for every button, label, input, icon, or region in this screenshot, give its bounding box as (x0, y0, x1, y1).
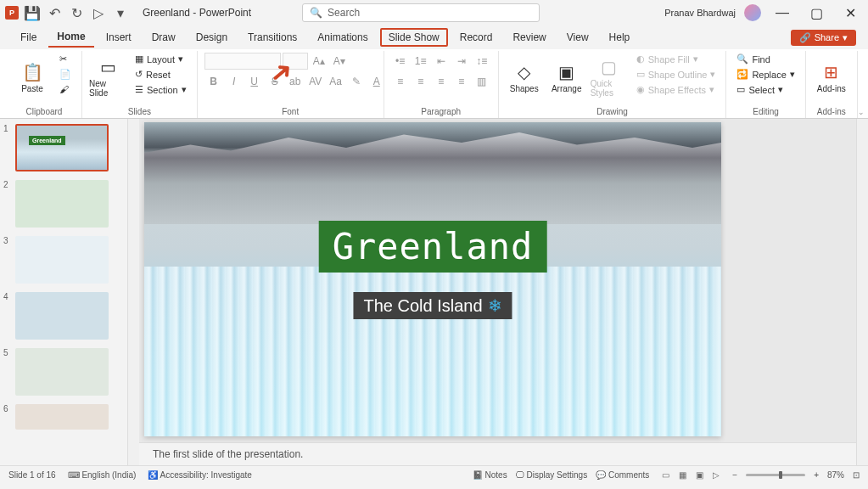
accessibility-button[interactable]: ♿ Accessibility: Investigate (148, 470, 252, 480)
editor-scrollbar[interactable] (856, 119, 868, 465)
tab-view[interactable]: View (558, 28, 597, 47)
user-name[interactable]: Pranav Bhardwaj (664, 8, 736, 18)
slide-title[interactable]: Greenland (319, 221, 547, 273)
replace-button[interactable]: 🔁 Replace ▾ (733, 68, 798, 81)
copy-button[interactable]: 📄 (56, 68, 75, 81)
font-size-input[interactable] (283, 53, 308, 70)
tab-draw[interactable]: Draw (143, 28, 184, 47)
notes-toggle[interactable]: 📓 Notes (473, 470, 507, 480)
tab-slide-show[interactable]: Slide Show (380, 28, 448, 47)
find-button[interactable]: 🔍 Find (733, 53, 798, 65)
section-button[interactable]: ☰ Section ▾ (132, 83, 190, 96)
highlight-icon: ✎ (347, 73, 366, 90)
shadow-icon: ab (286, 73, 305, 90)
maximize-button[interactable]: ▢ (804, 4, 829, 21)
format-painter-button[interactable]: 🖌 (56, 83, 75, 95)
shape-fill-button: ◐ Shape Fill ▾ (633, 53, 720, 65)
justify-icon: ≡ (452, 73, 471, 90)
slide-background-mountains (144, 122, 721, 224)
normal-view-icon[interactable]: ▭ (658, 469, 673, 482)
tab-home[interactable]: Home (48, 27, 93, 48)
tab-record[interactable]: Record (451, 28, 501, 47)
font-name-input[interactable] (204, 53, 281, 70)
shapes-button[interactable]: ◇Shapes (506, 53, 543, 102)
group-font: A▴ A▾ B I U S ab AV Aa ✎ A Font (198, 51, 384, 118)
addins-icon: ⊞ (824, 62, 838, 82)
slide-canvas[interactable]: Greenland The Cold Island ❄ (144, 122, 721, 436)
spacing-icon: AV (306, 73, 325, 90)
undo-button[interactable]: ↶ (46, 4, 63, 21)
bullets-icon: •≡ (391, 53, 410, 70)
share-button[interactable]: 🔗 Share▾ (791, 30, 856, 46)
new-slide-icon: ▭ (100, 57, 116, 77)
underline-icon: U (245, 73, 264, 90)
addins-button[interactable]: ⊞Add-ins (813, 53, 850, 102)
font-color-icon: A (367, 73, 386, 90)
shape-outline-button: ▭ Shape Outline ▾ (633, 68, 720, 81)
slide-subtitle[interactable]: The Cold Island ❄ (353, 292, 512, 319)
tab-review[interactable]: Review (504, 28, 554, 47)
case-icon: Aa (327, 73, 345, 90)
ribbon: 📋 Paste ✂ 📄 🖌 Clipboard ▭ New Slide ▦ La… (0, 49, 868, 119)
redo-button[interactable]: ↻ (68, 4, 85, 21)
select-button[interactable]: ▭ Select ▾ (733, 83, 798, 96)
comments-button[interactable]: 💬 Comments (596, 470, 649, 480)
paste-button[interactable]: 📋 Paste (14, 53, 51, 102)
display-settings-button[interactable]: 🖵 Display Settings (516, 470, 587, 480)
start-slideshow-button[interactable]: ▷ (90, 4, 107, 21)
thumbnail-3[interactable] (15, 236, 109, 284)
document-title: Greenland - PowerPoint (143, 7, 251, 19)
zoom-out-button[interactable]: − (732, 470, 737, 480)
slideshow-view-icon[interactable]: ▷ (708, 469, 724, 482)
reading-view-icon[interactable]: ▣ (692, 469, 707, 482)
group-slides: ▭ New Slide ▦ Layout ▾ ↺ Reset ☰ Section… (82, 51, 198, 118)
group-drawing: ◇Shapes ▣Arrange ▢Quick Styles ◐ Shape F… (499, 51, 727, 118)
shape-effects-button: ◉ Shape Effects ▾ (633, 83, 720, 96)
new-slide-button[interactable]: ▭ New Slide (89, 53, 126, 102)
search-icon: 🔍 (310, 7, 322, 19)
reset-button[interactable]: ↺ Reset (132, 68, 190, 81)
tab-file[interactable]: File (12, 28, 45, 47)
align-left-icon: ≡ (391, 73, 410, 90)
italic-icon: I (225, 73, 244, 90)
fit-to-window-button[interactable]: ⊡ (853, 470, 860, 480)
thumbnail-4[interactable] (15, 292, 109, 340)
thumbnail-scrollbar[interactable] (127, 119, 139, 465)
close-button[interactable]: ✕ (837, 4, 863, 21)
decrease-font-icon: A▾ (330, 53, 349, 70)
sorter-view-icon[interactable]: ▦ (675, 469, 690, 482)
snowflake-icon: ❄ (488, 295, 502, 316)
ribbon-collapse-button[interactable]: ⌄ (858, 51, 865, 118)
avatar[interactable] (744, 4, 761, 21)
zoom-in-button[interactable]: + (814, 470, 819, 480)
indent-icon: ⇥ (452, 53, 471, 70)
thumbnail-1[interactable]: Greenland (15, 124, 109, 171)
layout-button[interactable]: ▦ Layout ▾ (132, 53, 190, 65)
zoom-level[interactable]: 87% (827, 470, 844, 480)
share-icon: 🔗 (799, 32, 811, 43)
ribbon-tabs: File Home Insert Draw Design Transitions… (0, 25, 868, 49)
line-spacing-icon: ↕≡ (473, 53, 491, 70)
slide-count[interactable]: Slide 1 of 16 (8, 470, 56, 480)
main-area: 1Greenland 2 3 4 5 6 Greenland The Cold … (0, 119, 868, 465)
notes-pane[interactable]: The first slide of the presentation. (139, 442, 856, 465)
tab-insert[interactable]: Insert (98, 28, 140, 47)
tab-transitions[interactable]: Transitions (239, 28, 305, 47)
zoom-slider[interactable] (746, 474, 805, 476)
arrange-button[interactable]: ▣Arrange (548, 53, 585, 102)
tab-animations[interactable]: Animations (309, 28, 376, 47)
thumbnail-panel[interactable]: 1Greenland 2 3 4 5 6 (0, 119, 127, 465)
tab-help[interactable]: Help (601, 28, 639, 47)
language-button[interactable]: ⌨ English (India) (68, 470, 137, 480)
tab-design[interactable]: Design (188, 28, 236, 47)
bold-icon: B (204, 73, 223, 90)
thumbnail-2[interactable] (15, 180, 109, 228)
search-input[interactable]: 🔍 Search (302, 3, 540, 22)
thumbnail-5[interactable] (15, 348, 109, 396)
thumbnail-6[interactable] (15, 404, 109, 430)
qat-overflow-button[interactable]: ▾ (112, 4, 129, 21)
group-editing: 🔍 Find 🔁 Replace ▾ ▭ Select ▾ Editing (726, 51, 805, 118)
cut-button[interactable]: ✂ (56, 53, 75, 65)
save-button[interactable]: 💾 (24, 4, 41, 21)
minimize-button[interactable]: ― (770, 4, 795, 21)
